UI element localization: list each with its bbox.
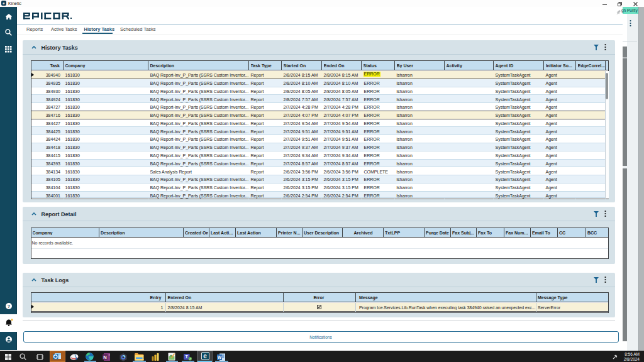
svg-text:T: T (186, 354, 189, 359)
svg-text:N: N (103, 354, 106, 360)
svg-text:W: W (218, 355, 222, 359)
svg-text:?: ? (7, 304, 9, 309)
